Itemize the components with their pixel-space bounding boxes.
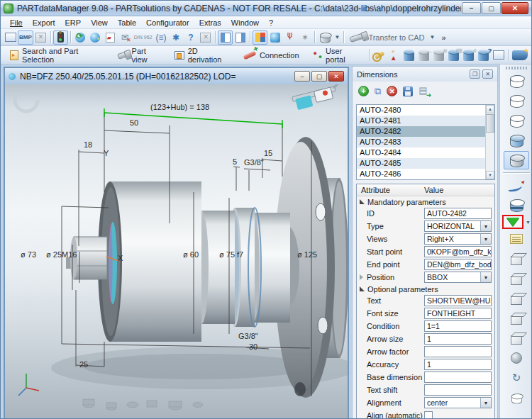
- annotation-note-icon[interactable]: [504, 230, 529, 248]
- cube-view-icon[interactable]: [504, 289, 529, 308]
- chevron-down-icon[interactable]: ▼: [526, 220, 531, 225]
- cylinder-outline-icon[interactable]: [504, 91, 529, 110]
- database-restore-icon[interactable]: ←: [416, 48, 431, 62]
- menu-window[interactable]: Window: [226, 18, 264, 28]
- help-icon[interactable]: ?: [183, 30, 198, 45]
- viewport-3d-canvas[interactable]: (123+Hub) = 1385018Y155G3/8"ø 73ø 25M16X…: [5, 84, 348, 419]
- cylinder-banded-icon[interactable]: [504, 196, 529, 214]
- menu-extras[interactable]: Extras: [194, 18, 226, 28]
- data-table-icon[interactable]: [491, 48, 506, 62]
- dimension-list-item[interactable]: AUTO-2481: [357, 116, 494, 126]
- condition-field[interactable]: 1=1: [424, 320, 492, 332]
- text-shift-field[interactable]: [424, 384, 492, 396]
- scroll-up-icon[interactable]: ▲: [486, 105, 494, 113]
- cube-view-icon[interactable]: [504, 250, 529, 268]
- cube-view-icon[interactable]: [504, 309, 529, 328]
- green-triangle-icon[interactable]: [506, 218, 519, 226]
- section-optional[interactable]: Optional parameters: [357, 284, 494, 294]
- arrow-size-field[interactable]: 1: [424, 333, 492, 345]
- id-field[interactable]: AUTO-2482: [424, 208, 492, 219]
- toolbar-overflow-icon[interactable]: »: [441, 33, 445, 42]
- din-962-icon[interactable]: DIN 962: [133, 30, 154, 45]
- connection-button[interactable]: Connection: [236, 48, 306, 63]
- base-dimension-field[interactable]: [424, 371, 492, 383]
- sphere-view-icon[interactable]: [504, 349, 529, 367]
- drag-grip[interactable]: [506, 67, 527, 69]
- database-icon[interactable]: [401, 48, 416, 62]
- table-config-icon[interactable]: [233, 30, 248, 45]
- export-dimensions-button[interactable]: [419, 86, 429, 96]
- bmp-export-icon[interactable]: BMP: [18, 30, 33, 45]
- menu-export[interactable]: Export: [28, 18, 60, 28]
- cylinder-small-icon[interactable]: [504, 389, 529, 407]
- database-delete-icon[interactable]: ×: [431, 48, 446, 62]
- assembly-blocks-icon[interactable]: [253, 30, 267, 45]
- login-key-icon[interactable]: [372, 48, 387, 62]
- expander-icon[interactable]: [360, 274, 363, 280]
- arrow-factor-field[interactable]: [424, 346, 492, 357]
- price-cart-icon[interactable]: [33, 30, 48, 45]
- add-dimension-button[interactable]: [358, 86, 369, 96]
- menu-configurator[interactable]: Configurator: [141, 18, 194, 28]
- menu-help[interactable]: ?: [264, 18, 278, 28]
- menu-table[interactable]: Table: [113, 18, 141, 28]
- maximize-button[interactable]: [482, 2, 501, 14]
- delete-dimension-button[interactable]: [387, 86, 397, 96]
- 2d-derivation-button[interactable]: 2D derivation: [167, 48, 236, 63]
- mail-remove-icon[interactable]: ✉: [118, 30, 133, 45]
- viewport-titlebar[interactable]: NB=DFZ 250.40/25.05.201.15 (DH=001621825…: [5, 68, 348, 84]
- menu-view[interactable]: View: [86, 18, 113, 28]
- user-portal-button[interactable]: User portal: [306, 48, 367, 63]
- 3d-view-cylinder-icon[interactable]: ▼: [317, 30, 341, 45]
- favorite-star-icon[interactable]: ✱: [168, 30, 183, 45]
- viewport-restore-button[interactable]: ▢: [311, 71, 327, 82]
- dimension-list-item[interactable]: AUTO-2482: [357, 126, 494, 137]
- menu-file[interactable]: File: [5, 18, 28, 28]
- dimension-list-item[interactable]: AUTO-2486: [357, 169, 494, 179]
- menu-erp[interactable]: ERP: [60, 18, 87, 28]
- section-mandatory[interactable]: Mandatory parameters: [357, 196, 494, 207]
- views-dropdown[interactable]: Right+X: [424, 233, 492, 245]
- dimension-list-item[interactable]: AUTO-2480: [357, 105, 494, 116]
- close-button[interactable]: [501, 2, 528, 14]
- scroll-thumb[interactable]: [486, 114, 494, 133]
- position-dropdown[interactable]: BBOX: [424, 272, 492, 283]
- world-catalog-icon[interactable]: [88, 30, 103, 45]
- cylinder-blue-icon[interactable]: [504, 131, 529, 150]
- alignment-dropdown[interactable]: center: [424, 397, 492, 408]
- part-view-button[interactable]: Part view: [111, 48, 167, 63]
- list-scrollbar[interactable]: ▲ ▼: [485, 105, 494, 179]
- type-dropdown[interactable]: HORIZONTAL: [424, 220, 492, 232]
- accuracy-field[interactable]: 1: [424, 359, 492, 370]
- user-account-icon[interactable]: [387, 48, 401, 62]
- copy-dimension-button[interactable]: [375, 86, 381, 97]
- cube-view-icon[interactable]: [504, 269, 529, 288]
- cylinder-outline-icon[interactable]: [504, 72, 529, 90]
- cube-view-icon[interactable]: [504, 329, 529, 347]
- equation-icon[interactable]: (≡): [153, 30, 168, 45]
- panel-close-icon[interactable]: ✕: [482, 69, 493, 79]
- start-point-field[interactable]: 0KOPF@bm_dfz_kopf_vorne: [424, 246, 492, 257]
- panel-float-icon[interactable]: ❐: [470, 69, 480, 79]
- dimension-list-item[interactable]: AUTO-2485: [357, 158, 494, 169]
- database-query-icon[interactable]: ?: [476, 48, 491, 62]
- minimize-button[interactable]: [462, 2, 481, 14]
- pdf-datasheet-icon[interactable]: [103, 30, 118, 45]
- transfer-to-cad-button[interactable]: Transfer to CAD ▼: [346, 30, 438, 45]
- dimension-list-item[interactable]: AUTO-2483: [357, 137, 494, 147]
- database-mail-icon[interactable]: ✉: [446, 48, 461, 62]
- viewport-minimize-button[interactable]: –: [294, 71, 310, 82]
- rack-icon[interactable]: [198, 30, 213, 45]
- dimension-list-item[interactable]: AUTO-2484: [357, 147, 494, 158]
- search-part-selection-button[interactable]: Search and Part Selection: [3, 48, 111, 63]
- dimension-list[interactable]: AUTO-2480AUTO-2481AUTO-2482AUTO-2483AUTO…: [356, 104, 495, 180]
- hierarchy-icon[interactable]: [282, 30, 297, 45]
- scroll-down-icon[interactable]: ▼: [486, 171, 494, 179]
- text-field[interactable]: SHORTVIEW@HUB2D ENDIF}: [424, 295, 492, 306]
- traffic-light-icon[interactable]: [53, 30, 68, 45]
- dimensioning-swoosh-icon[interactable]: [504, 176, 529, 194]
- save-dimensions-button[interactable]: [403, 86, 413, 96]
- robot-export-icon[interactable]: [267, 30, 282, 45]
- sap-icon[interactable]: [511, 48, 529, 62]
- dimensions-panel-titlebar[interactable]: Dimensions ❐ ✕: [353, 67, 497, 82]
